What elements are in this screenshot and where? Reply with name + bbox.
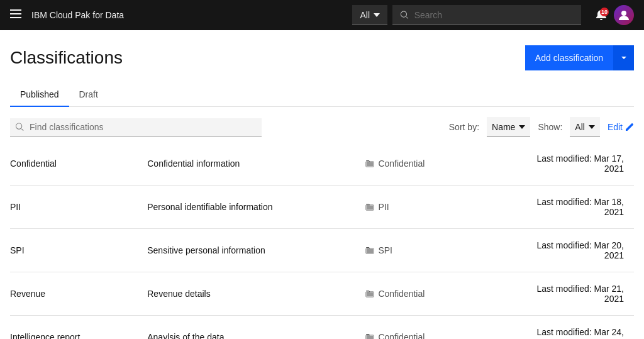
chevron-down-icon xyxy=(620,54,628,62)
category-name: Confidential xyxy=(378,332,425,339)
category-name: Confidential xyxy=(378,289,425,299)
classification-name: PII xyxy=(10,186,147,229)
svg-rect-0 xyxy=(10,9,21,11)
category-name: Confidential xyxy=(378,158,425,169)
avatar xyxy=(614,5,634,25)
table-row[interactable]: Intelligence report Anaylsis of the data… xyxy=(10,316,634,340)
edit-button[interactable]: Edit xyxy=(608,122,634,132)
top-navigation: IBM Cloud Pak for Data All 10 xyxy=(0,0,644,30)
classification-modified: Last modified: Mar 21, 2021 xyxy=(521,272,634,316)
classification-category: Confidential xyxy=(365,272,521,316)
folder-icon xyxy=(365,289,374,298)
page-header: Classifications Add classification xyxy=(10,45,634,70)
classification-description: Personal identifiable information xyxy=(147,186,365,229)
show-chevron-icon xyxy=(589,125,595,129)
classification-modified: Last modified: Mar 20, 2021 xyxy=(521,229,634,272)
add-classification-button[interactable]: Add classification xyxy=(525,45,613,70)
classifications-search-box[interactable] xyxy=(10,118,262,136)
classification-name: Confidential xyxy=(10,142,147,186)
search-input[interactable] xyxy=(414,10,574,20)
table-row[interactable]: Confidential Confidential information Co… xyxy=(10,142,634,186)
folder-icon xyxy=(365,159,374,168)
classification-name: SPI xyxy=(10,229,147,272)
search-icon xyxy=(400,10,409,20)
folder-icon xyxy=(365,333,374,339)
classification-category: Confidential xyxy=(365,142,521,186)
classification-description: Sensitive personal information xyxy=(147,229,365,272)
main-content: Classifications Add classification Publi… xyxy=(0,30,644,339)
toolbar: Sort by: Name Show: All Edit xyxy=(10,117,634,137)
svg-point-3 xyxy=(621,11,626,16)
show-value: All xyxy=(575,122,585,132)
classification-category: SPI xyxy=(365,229,521,272)
brand-name: IBM Cloud Pak for Data xyxy=(31,10,124,20)
category-name: PII xyxy=(378,202,389,212)
tabs: Published Draft xyxy=(10,83,634,107)
classifications-table: Confidential Confidential information Co… xyxy=(10,142,634,339)
classification-name: Revenue xyxy=(10,272,147,316)
add-classification-chevron[interactable] xyxy=(613,45,634,70)
hamburger-menu-icon[interactable] xyxy=(10,8,21,23)
classification-modified: Last modified: Mar 17, 2021 xyxy=(521,142,634,186)
classification-description: Confidential information xyxy=(147,142,365,186)
classification-modified: Last modified: Mar 18, 2021 xyxy=(521,186,634,229)
classification-modified: Last modified: Mar 24, 2021 xyxy=(521,316,634,340)
find-classifications-input[interactable] xyxy=(30,122,257,132)
sort-value: Name xyxy=(492,122,515,132)
classification-category: Confidential xyxy=(365,316,521,340)
topnav-icons: 10 xyxy=(591,5,634,25)
classification-description: Anaylsis of the data xyxy=(147,316,365,340)
classification-name: Intelligence report xyxy=(10,316,147,340)
tab-published[interactable]: Published xyxy=(10,83,69,107)
svg-rect-2 xyxy=(10,17,21,18)
folder-icon xyxy=(365,246,374,255)
add-classification-group: Add classification xyxy=(525,45,634,70)
tab-draft[interactable]: Draft xyxy=(69,83,108,107)
avatar-button[interactable] xyxy=(614,5,634,25)
table-row[interactable]: PII Personal identifiable information PI… xyxy=(10,186,634,229)
sort-dropdown[interactable]: Name xyxy=(487,117,530,137)
show-dropdown[interactable]: All xyxy=(570,117,600,137)
sort-by-label: Sort by: xyxy=(449,122,479,132)
scope-dropdown[interactable]: All xyxy=(352,5,387,25)
sort-chevron-icon xyxy=(519,125,525,129)
edit-label: Edit xyxy=(608,122,623,132)
scope-dropdown-label: All xyxy=(360,10,370,20)
category-name: SPI xyxy=(378,245,392,255)
notification-badge: 10 xyxy=(600,8,609,16)
global-search-box[interactable] xyxy=(392,5,581,25)
page-title: Classifications xyxy=(10,48,123,68)
table-row[interactable]: Revenue Revenue details Confidential Las… xyxy=(10,272,634,316)
classification-description: Revenue details xyxy=(147,272,365,316)
classification-category: PII xyxy=(365,186,521,229)
show-label: Show: xyxy=(538,122,562,132)
toolbar-right: Sort by: Name Show: All Edit xyxy=(449,117,634,137)
table-row[interactable]: SPI Sensitive personal information SPI L… xyxy=(10,229,634,272)
edit-icon xyxy=(625,123,634,131)
find-search-icon xyxy=(15,122,25,132)
svg-rect-1 xyxy=(10,13,21,14)
notifications-button[interactable]: 10 xyxy=(591,5,611,25)
folder-icon xyxy=(365,203,374,211)
